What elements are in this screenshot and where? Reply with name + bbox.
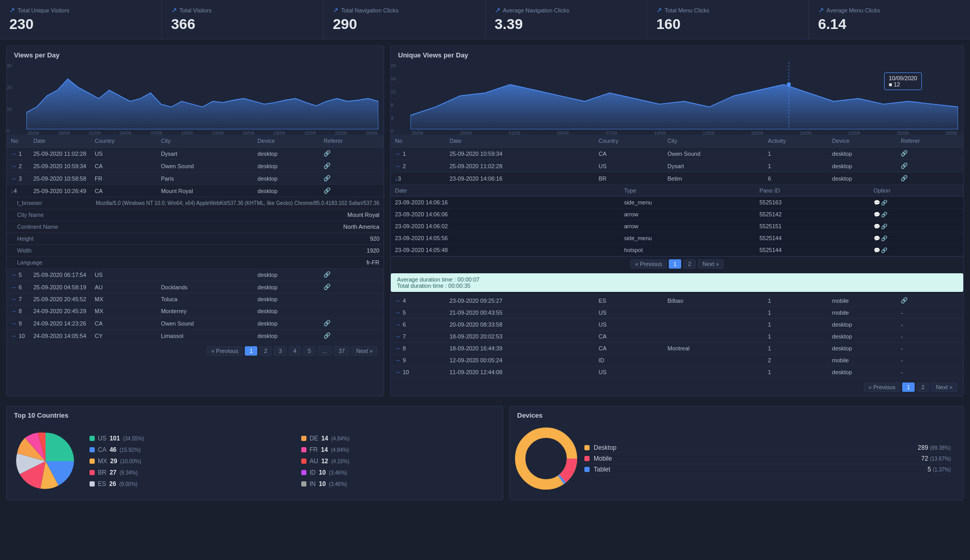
sub-pagination: « Previous 1 2 Next »: [391, 256, 963, 271]
right-data-table: No Date Country City Activity Device Ref…: [391, 135, 963, 378]
table-row[interactable]: →1 25-09-2020 10:59:34CAOwen Sound1deskt…: [391, 148, 963, 160]
stat-value-5: 6.14: [818, 16, 961, 33]
table-row[interactable]: →6 25-09-2020 04:58:19AUDocklandsdesktop…: [7, 281, 384, 293]
next-button[interactable]: Next »: [351, 346, 377, 356]
right-panel: Unique Views per Day 201612840: [390, 46, 964, 396]
expanded-detail-continent: Continent Name North America: [7, 221, 384, 233]
page-3[interactable]: 3: [274, 346, 286, 356]
left-pagination: « Previous 1 2 3 4 5 ... 37 Next »: [7, 342, 384, 360]
unique-views-title: Unique Views per Day: [391, 46, 963, 62]
country-ca: CA 46 (15.92%): [90, 445, 286, 454]
expanded-detail-width: Width 1920: [7, 245, 384, 257]
right-pagination: « Previous 1 2 Next »: [391, 378, 963, 396]
page-5[interactable]: 5: [303, 346, 316, 356]
page-ellipsis: ...: [318, 346, 332, 356]
page-4[interactable]: 4: [289, 346, 301, 356]
table-row[interactable]: →2 25-09-2020 10:59:34CAOwen Sounddeskto…: [7, 160, 384, 172]
unique-y-axis: 201612840: [391, 62, 396, 135]
device-desktop: Desktop 289 (99.38%): [584, 443, 951, 453]
sub-page-1[interactable]: 1: [669, 259, 681, 269]
devices-content: Desktop 289 (99.38%) Mobile 72 (13.67%): [510, 422, 963, 495]
views-x-axis: 26/0829/0801/0904/0907/0910/0913/0916/09…: [21, 129, 384, 137]
page-1[interactable]: 1: [245, 346, 257, 356]
stat-card-4: ↗ Total Menu Clicks 160: [647, 0, 809, 39]
stat-value-0: 230: [9, 16, 152, 33]
table-row[interactable]: →1 25-09-2020 11:02:28USDysartdesktop🔗: [7, 148, 384, 160]
page-37[interactable]: 37: [334, 346, 349, 356]
sub-col-option: Option: [870, 185, 963, 197]
sub-table: Date Type Pano ID Option 23-09-2020 14:0…: [391, 185, 963, 256]
country-es: ES 26 (9.00%): [90, 479, 286, 489]
prev-button[interactable]: « Previous: [207, 346, 243, 356]
expanded-detail-city: City Name Mount Royal: [7, 209, 384, 221]
countries-pie-chart: [12, 428, 79, 495]
devices-title: Devices: [510, 406, 963, 422]
table-row[interactable]: →8 18-09-2020 16:44:39CAMontreal1desktop…: [391, 343, 963, 355]
table-row[interactable]: →6 20-09-2020 08:33:58US1desktop-: [391, 319, 963, 331]
sub-next[interactable]: Next »: [698, 259, 724, 269]
expanded-detail-language: Language fr-FR: [7, 257, 384, 269]
countries-legend: US 101 (34.55%) DE 14 (4.84%) CA 46 (15.…: [90, 434, 497, 489]
stat-icon-2: ↗: [333, 6, 339, 14]
duration-avg: Average duration time : 00:00:07: [397, 276, 957, 283]
table-row[interactable]: →9 24-09-2020 14:23:26CAOwen Sounddeskto…: [7, 317, 384, 330]
table-row[interactable]: →7 25-09-2020 20:45:52MXTolucadesktop: [7, 293, 384, 305]
table-row[interactable]: →10 11-09-2020 12:44:08US1desktop-: [391, 366, 963, 378]
sub-table-row: 23-09-2020 14:05:56side_menu5525144💬 🔗: [391, 232, 963, 244]
countries-title: Top 10 Countries: [7, 406, 503, 422]
expanded-detail-height: Height 920: [7, 233, 384, 245]
stat-value-3: 3.39: [495, 16, 638, 33]
right-prev-button[interactable]: « Previous: [864, 382, 900, 392]
stat-icon-3: ↗: [495, 6, 501, 14]
country-fr: FR 14 (4.84%): [301, 445, 497, 454]
sub-page-2[interactable]: 2: [683, 259, 696, 269]
stat-value-2: 290: [333, 16, 476, 33]
left-panel: Views per Day 3020100 26/0829/0801/09: [6, 46, 384, 396]
stat-icon-5: ↗: [818, 6, 824, 14]
sub-table-row: 23-09-2020 14:06:16side_menu5525163💬 🔗: [391, 197, 963, 209]
svg-point-1: [787, 82, 791, 87]
stat-card-2: ↗ Total Navigation Clicks 290: [324, 0, 486, 39]
table-row[interactable]: →7 18-09-2020 20:02:53CA1desktop-: [391, 331, 963, 343]
stat-label-2: ↗ Total Navigation Clicks: [333, 6, 476, 14]
table-row[interactable]: →2 25-09-2020 11:02:28USDysart1desktop🔗: [391, 160, 963, 172]
stat-card-1: ↗ Total Visitors 366: [162, 0, 324, 39]
device-tablet: Tablet 5 (1.37%): [584, 464, 951, 475]
sub-prev[interactable]: « Previous: [630, 259, 667, 269]
page-2[interactable]: 2: [259, 346, 272, 356]
countries-pie-area: US 101 (34.55%) DE 14 (4.84%) CA 46 (15.…: [7, 422, 503, 500]
stat-label-1: ↗ Total Visitors: [171, 6, 314, 14]
table-row[interactable]: →9 12-09-2020 00:05:24ID2mobile-: [391, 355, 963, 366]
stat-label-4: ↗ Total Menu Clicks: [656, 6, 799, 14]
right-page-2[interactable]: 2: [917, 382, 929, 392]
sub-table-row: 23-09-2020 14:06:02arrow5525151💬 🔗: [391, 220, 963, 232]
stat-label-3: ↗ Average Navigation Clicks: [495, 6, 638, 14]
table-row-expanded[interactable]: ↓4 25-09-2020 10:26:49CAMount Royaldeskt…: [7, 185, 384, 197]
device-mobile: Mobile 72 (13.67%): [584, 453, 951, 464]
country-au: AU 12 (4.15%): [301, 456, 497, 466]
table-row[interactable]: →3 25-09-2020 10:58:58FRParisdesktop🔗: [7, 172, 384, 185]
table-row[interactable]: →5 25-09-2020 06:17:54USdesktop🔗: [7, 269, 384, 281]
sub-table-row: 23-09-2020 14:06:06arrow5525142💬 🔗: [391, 209, 963, 220]
sub-col-type: Type: [620, 185, 756, 197]
views-chart-svg: [26, 62, 378, 129]
stat-icon-4: ↗: [656, 6, 662, 14]
duration-info: Average duration time : 00:00:07 Total d…: [391, 273, 963, 292]
stat-card-5: ↗ Average Menu Clicks 6.14: [809, 0, 971, 39]
country-us: US 101 (34.55%): [90, 434, 286, 443]
table-row-expanded[interactable]: ↓3 23-09-2020 14:06:16BRBetim6desktop🔗: [391, 172, 963, 185]
unique-chart-svg: [410, 62, 958, 129]
right-page-1[interactable]: 1: [902, 382, 915, 392]
table-row[interactable]: →10 24-09-2020 14:05:54CYLimassoldesktop…: [7, 330, 384, 342]
right-next-button[interactable]: Next »: [931, 382, 957, 392]
country-br: BR 27 (9.34%): [90, 468, 286, 477]
sub-col-pano: Pano ID: [755, 185, 869, 197]
table-row[interactable]: →8 24-09-2020 20:45:29MXMonterreydesktop: [7, 305, 384, 317]
table-row[interactable]: →4 23-09-2020 09:25:27ESBilbao1mobile🔗: [391, 294, 963, 307]
unique-x-axis: 28/0829/0801/0904/0907/0910/0913/0916/09…: [405, 129, 963, 137]
devices-panel: Devices Desktop 289: [509, 406, 964, 500]
table-row[interactable]: →5 21-09-2020 00:43:55US1mobile-: [391, 307, 963, 319]
devices-pie-chart: [515, 428, 577, 490]
country-id: ID 10 (3.46%): [301, 468, 497, 477]
duration-total: Total duration time : 00:00:35: [397, 283, 957, 289]
